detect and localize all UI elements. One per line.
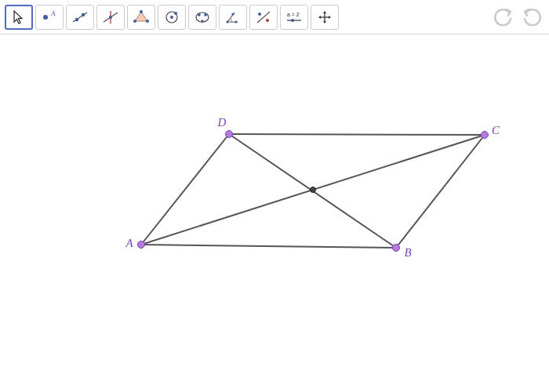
svg-point-0 <box>43 15 48 20</box>
svg-point-20 <box>231 13 234 15</box>
point-B[interactable] <box>392 244 400 252</box>
tool-move[interactable] <box>5 5 33 30</box>
svg-point-19 <box>235 20 237 23</box>
point-center[interactable] <box>310 187 316 193</box>
segment[interactable] <box>396 135 485 248</box>
svg-point-22 <box>258 13 261 16</box>
tool-ellipse[interactable] <box>188 5 216 30</box>
svg-point-8 <box>140 10 143 13</box>
tool-perpendicular[interactable] <box>96 5 125 30</box>
geometry-canvas[interactable]: ABCD <box>0 34 549 392</box>
label-C: C <box>492 124 500 137</box>
label-A: A <box>125 237 133 250</box>
toolbar: A a = 2 <box>0 0 549 34</box>
tool-point[interactable]: A <box>35 5 64 30</box>
tool-circle-center[interactable] <box>158 5 186 30</box>
svg-point-4 <box>82 13 85 16</box>
svg-point-25 <box>291 19 294 22</box>
tool-reflect[interactable] <box>249 5 278 30</box>
tool-polygon[interactable] <box>127 5 155 30</box>
segments-layer <box>0 34 549 392</box>
svg-point-23 <box>266 19 269 22</box>
slider-text: a = 2 <box>287 12 300 17</box>
svg-point-17 <box>201 20 204 23</box>
tool-line[interactable] <box>66 5 94 30</box>
svg-point-13 <box>174 12 177 15</box>
point-C[interactable] <box>481 131 489 139</box>
svg-point-16 <box>204 13 207 16</box>
toolbar-history <box>491 5 544 29</box>
svg-point-3 <box>75 17 78 20</box>
svg-point-9 <box>146 20 149 23</box>
svg-line-2 <box>73 13 87 22</box>
point-D[interactable] <box>225 130 233 138</box>
segment[interactable] <box>141 134 229 245</box>
label-D: D <box>218 116 227 129</box>
svg-point-12 <box>170 16 173 19</box>
segment[interactable] <box>141 245 396 248</box>
svg-point-7 <box>109 16 112 19</box>
tool-angle[interactable] <box>219 5 247 30</box>
tool-move-view[interactable] <box>311 5 339 30</box>
undo-button[interactable] <box>491 5 516 29</box>
svg-point-15 <box>198 13 201 16</box>
svg-text:A: A <box>50 9 56 17</box>
label-B: B <box>404 246 411 260</box>
tool-slider[interactable]: a = 2 <box>280 5 308 30</box>
point-A[interactable] <box>137 241 145 249</box>
svg-point-18 <box>226 20 228 23</box>
segment[interactable] <box>229 134 485 135</box>
svg-point-10 <box>133 20 136 23</box>
redo-button[interactable] <box>519 5 544 29</box>
